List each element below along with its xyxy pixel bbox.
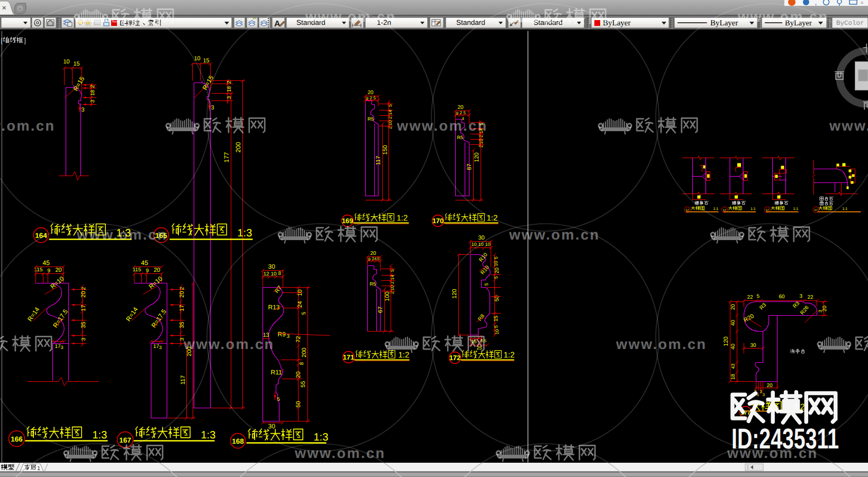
svg-text:www.om.cn: www.om.cn xyxy=(0,118,56,134)
svg-text:14: 14 xyxy=(387,109,393,115)
svg-text:30: 30 xyxy=(268,263,276,270)
svg-text:ByLayer: ByLayer xyxy=(603,19,630,27)
svg-text:3: 3 xyxy=(763,392,765,397)
svg-text:R5: R5 xyxy=(368,116,374,122)
svg-text:22: 22 xyxy=(808,295,814,300)
svg-text:3: 3 xyxy=(90,99,96,103)
svg-text:168: 168 xyxy=(232,437,244,445)
svg-text:Standard: Standard xyxy=(456,19,485,26)
svg-text:17: 17 xyxy=(80,305,87,311)
svg-text:45: 45 xyxy=(141,259,149,267)
svg-text:55: 55 xyxy=(300,381,306,387)
svg-text:5: 5 xyxy=(390,269,395,272)
svg-text:R5: R5 xyxy=(457,135,464,140)
svg-text:72: 72 xyxy=(295,336,302,342)
svg-text:24: 24 xyxy=(297,301,303,307)
svg-text:10: 10 xyxy=(485,242,491,247)
svg-text:35: 35 xyxy=(80,322,87,328)
svg-text:15: 15 xyxy=(493,316,499,322)
svg-text:3: 3 xyxy=(159,345,162,350)
svg-text:www.om.cn: www.om.cn xyxy=(616,336,707,352)
svg-text:50: 50 xyxy=(295,401,302,407)
svg-text:1:1: 1:1 xyxy=(751,207,756,211)
svg-text:+: + xyxy=(19,6,21,12)
svg-text:www.om.cn: www.om.cn xyxy=(294,445,386,461)
svg-text:87: 87 xyxy=(466,163,473,170)
svg-text:5: 5 xyxy=(277,397,281,402)
svg-text:43: 43 xyxy=(730,363,736,369)
svg-text:20: 20 xyxy=(56,267,62,273)
svg-text:3: 3 xyxy=(287,334,290,340)
svg-text:2: 2 xyxy=(179,287,185,290)
svg-text:R13: R13 xyxy=(268,304,280,311)
svg-text:115: 115 xyxy=(133,267,141,273)
svg-text:3: 3 xyxy=(82,107,85,113)
svg-text:ID:2435311: ID:2435311 xyxy=(731,423,839,455)
svg-text:8: 8 xyxy=(299,362,305,365)
svg-text:2: 2 xyxy=(390,281,395,284)
svg-text:120: 120 xyxy=(474,152,480,162)
svg-text:117: 117 xyxy=(180,375,186,385)
svg-text:3: 3 xyxy=(211,105,214,111)
svg-text:A: A xyxy=(274,20,281,29)
svg-text:18: 18 xyxy=(730,374,736,380)
svg-text:17: 17 xyxy=(814,208,818,212)
svg-text:5: 5 xyxy=(493,276,499,279)
svg-text:www.om.cn: www.om.cn xyxy=(76,227,168,243)
svg-text:22: 22 xyxy=(747,295,754,300)
svg-text:20: 20 xyxy=(458,105,464,111)
svg-text:10: 10 xyxy=(472,242,477,247)
svg-text:17: 17 xyxy=(179,305,185,311)
svg-text:5: 5 xyxy=(493,256,499,259)
svg-text:120: 120 xyxy=(723,336,729,346)
svg-text:1:2: 1:2 xyxy=(399,351,410,360)
svg-text:12: 12 xyxy=(264,271,270,277)
svg-text:20: 20 xyxy=(368,90,374,96)
svg-text:10: 10 xyxy=(64,59,70,65)
svg-text:×: × xyxy=(2,4,6,12)
svg-text:1:3: 1:3 xyxy=(314,432,329,443)
svg-text:10: 10 xyxy=(297,289,303,296)
svg-text:2: 2 xyxy=(90,85,96,88)
svg-text:20: 20 xyxy=(154,267,160,273)
svg-text:200: 200 xyxy=(301,347,308,357)
svg-text:40: 40 xyxy=(730,320,736,326)
svg-text:1:1: 1:1 xyxy=(793,207,799,211)
svg-text:150: 150 xyxy=(382,145,388,154)
svg-text:1:3: 1:3 xyxy=(201,429,216,441)
svg-text:166: 166 xyxy=(11,435,23,443)
svg-text:115: 115 xyxy=(34,267,43,273)
svg-text:5: 5 xyxy=(493,325,499,328)
svg-text:120: 120 xyxy=(451,289,458,298)
svg-text:10: 10 xyxy=(493,261,499,266)
svg-text:ByColor: ByColor xyxy=(836,20,864,27)
svg-text:5: 5 xyxy=(387,104,393,107)
svg-text:1:2: 1:2 xyxy=(504,351,515,360)
svg-text:20: 20 xyxy=(494,268,500,274)
svg-text:171: 171 xyxy=(343,353,355,361)
svg-text:167: 167 xyxy=(119,436,131,444)
svg-text:R5: R5 xyxy=(370,281,376,287)
svg-text:20: 20 xyxy=(370,251,377,256)
svg-text:,: , xyxy=(815,1,817,6)
svg-text:www.om.cn: www.om.cn xyxy=(509,227,600,243)
svg-text:67: 67 xyxy=(377,306,384,313)
svg-text:172: 172 xyxy=(449,354,461,362)
svg-text:18: 18 xyxy=(90,90,96,96)
svg-text:3: 3 xyxy=(81,337,87,341)
svg-text:15: 15 xyxy=(74,61,80,67)
svg-text:1:1: 1:1 xyxy=(843,207,848,211)
svg-text:10: 10 xyxy=(387,120,393,125)
svg-text:5: 5 xyxy=(301,311,307,315)
svg-text:2: 2 xyxy=(81,287,87,290)
svg-text:≡: ≡ xyxy=(861,0,863,5)
svg-text:60: 60 xyxy=(779,294,785,300)
svg-text:14: 14 xyxy=(390,274,395,280)
svg-text:30: 30 xyxy=(478,235,485,241)
svg-text:10: 10 xyxy=(271,271,277,277)
svg-text:R11: R11 xyxy=(271,369,282,376)
svg-text:2: 2 xyxy=(387,126,393,129)
svg-text:45: 45 xyxy=(43,259,50,267)
svg-text:www.om.cn: www.om.cn xyxy=(305,9,396,25)
svg-text:17: 17 xyxy=(55,344,61,350)
